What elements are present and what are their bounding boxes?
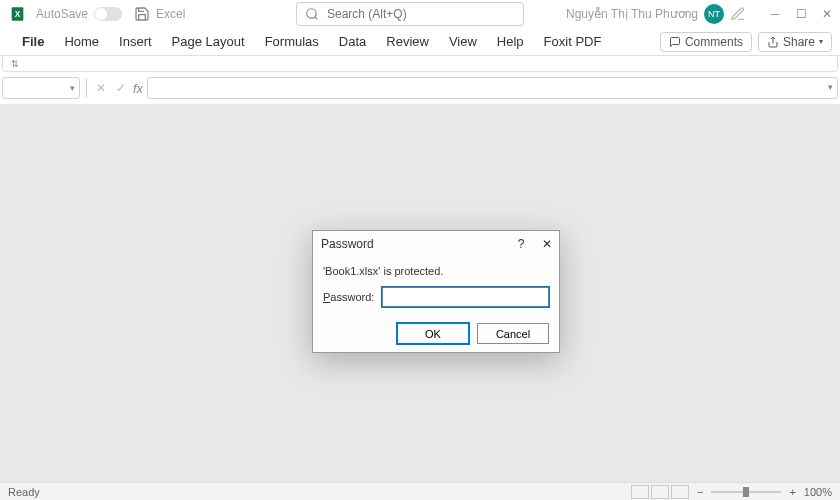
page-layout-view-button[interactable] bbox=[651, 485, 669, 499]
dialog-title: Password bbox=[321, 237, 374, 251]
comment-icon bbox=[669, 36, 681, 48]
name-box[interactable]: ▾ bbox=[2, 77, 80, 99]
tab-review[interactable]: Review bbox=[376, 28, 439, 55]
excel-logo-icon: X bbox=[10, 4, 30, 24]
chevron-down-icon: ▾ bbox=[819, 37, 823, 46]
chevron-down-icon: ▾ bbox=[70, 83, 75, 93]
search-input[interactable] bbox=[327, 7, 515, 21]
view-buttons bbox=[631, 485, 689, 499]
fx-label[interactable]: fx bbox=[133, 81, 143, 96]
titlebar: X AutoSave Excel Nguyễn Thị Thu Phương N… bbox=[0, 0, 840, 28]
autosave-label: AutoSave bbox=[36, 7, 88, 21]
dialog-message: 'Book1.xlsx' is protected. bbox=[323, 265, 549, 277]
app-name: Excel bbox=[156, 7, 185, 21]
share-label: Share bbox=[783, 35, 815, 49]
password-input[interactable] bbox=[382, 287, 549, 307]
expand-icon: ⇅ bbox=[11, 59, 19, 69]
tab-insert[interactable]: Insert bbox=[109, 28, 162, 55]
zoom-in-button[interactable]: + bbox=[789, 486, 795, 498]
user-name: Nguyễn Thị Thu Phương bbox=[566, 7, 698, 21]
svg-line-3 bbox=[315, 17, 318, 20]
svg-point-2 bbox=[307, 9, 316, 18]
ok-button[interactable]: OK bbox=[397, 323, 469, 344]
cancel-formula-icon[interactable]: ✕ bbox=[93, 80, 109, 96]
password-dialog: Password ? ✕ 'Book1.xlsx' is protected. … bbox=[312, 230, 560, 353]
close-button[interactable]: ✕ bbox=[814, 0, 840, 28]
window-controls: ─ ☐ ✕ bbox=[762, 0, 840, 28]
tab-help[interactable]: Help bbox=[487, 28, 534, 55]
search-icon bbox=[305, 7, 319, 21]
zoom-level[interactable]: 100% bbox=[804, 486, 832, 498]
tab-formulas[interactable]: Formulas bbox=[255, 28, 329, 55]
tab-home[interactable]: Home bbox=[54, 28, 109, 55]
dialog-titlebar: Password ? ✕ bbox=[313, 231, 559, 257]
pen-icon[interactable] bbox=[730, 6, 746, 22]
maximize-button[interactable]: ☐ bbox=[788, 0, 814, 28]
cancel-button[interactable]: Cancel bbox=[477, 323, 549, 344]
help-button[interactable]: ? bbox=[513, 236, 529, 252]
comments-label: Comments bbox=[685, 35, 743, 49]
tab-data[interactable]: Data bbox=[329, 28, 376, 55]
status-ready: Ready bbox=[8, 486, 40, 498]
password-label: Password: bbox=[323, 291, 374, 303]
chevron-down-icon: ▾ bbox=[828, 82, 833, 92]
normal-view-button[interactable] bbox=[631, 485, 649, 499]
formula-bar: ▾ ✕ ✓ fx ▾ bbox=[2, 76, 838, 100]
zoom-out-button[interactable]: − bbox=[697, 486, 703, 498]
close-icon[interactable]: ✕ bbox=[539, 236, 555, 252]
share-icon bbox=[767, 36, 779, 48]
avatar[interactable]: NT bbox=[704, 4, 724, 24]
tab-view[interactable]: View bbox=[439, 28, 487, 55]
search-box[interactable] bbox=[296, 2, 524, 26]
comments-button[interactable]: Comments bbox=[660, 32, 752, 52]
ribbon-tabs: File Home Insert Page Layout Formulas Da… bbox=[0, 28, 840, 56]
tab-foxit-pdf[interactable]: Foxit PDF bbox=[534, 28, 612, 55]
formula-input[interactable]: ▾ bbox=[147, 77, 838, 99]
autosave-toggle[interactable] bbox=[94, 7, 122, 21]
ribbon-collapse-bar[interactable]: ⇅ bbox=[2, 56, 838, 72]
enter-formula-icon[interactable]: ✓ bbox=[113, 80, 129, 96]
zoom-slider[interactable] bbox=[711, 491, 781, 493]
user-area: Nguyễn Thị Thu Phương NT bbox=[566, 0, 750, 28]
minimize-button[interactable]: ─ bbox=[762, 0, 788, 28]
svg-text:X: X bbox=[15, 9, 21, 19]
tab-page-layout[interactable]: Page Layout bbox=[162, 28, 255, 55]
statusbar: Ready − + 100% bbox=[0, 482, 840, 500]
tab-file[interactable]: File bbox=[12, 28, 54, 55]
share-button[interactable]: Share ▾ bbox=[758, 32, 832, 52]
divider bbox=[86, 79, 87, 97]
page-break-view-button[interactable] bbox=[671, 485, 689, 499]
save-icon[interactable] bbox=[134, 6, 150, 22]
